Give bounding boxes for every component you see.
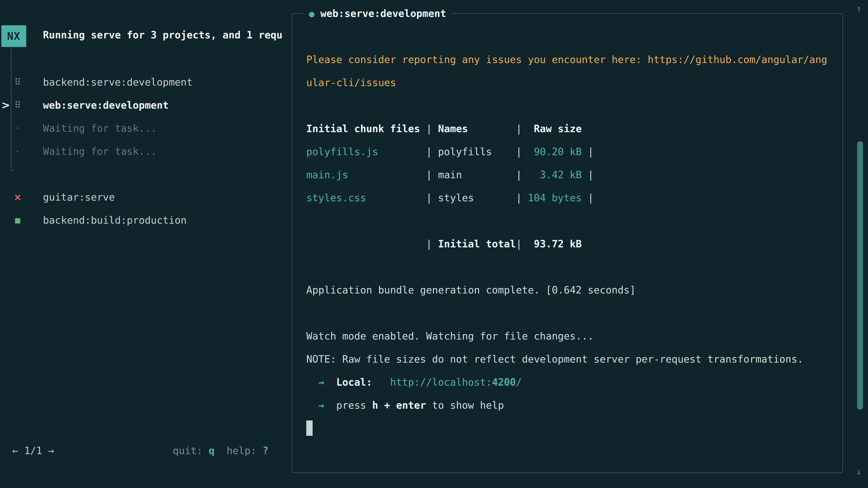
url-prefix: http://localhost:	[390, 377, 492, 388]
task-label: web:serve:development	[43, 99, 168, 111]
header-names: Names	[438, 117, 516, 140]
task-output-panel: ●web:serve:development Please consider r…	[291, 13, 843, 473]
sidebar-statusbar: ← 1/1 → quit:qhelp:?	[0, 439, 280, 462]
url-port: 4200	[492, 377, 516, 388]
quit-hint-label: quit:	[173, 445, 203, 456]
chunk-table-header: Initial chunk files|Names|Raw size	[306, 117, 831, 140]
arrow-icon: →	[318, 399, 324, 411]
failed-x-icon: ×	[13, 192, 23, 203]
watch-mode-line: Watch mode enabled. Watching for file ch…	[306, 325, 831, 348]
page-indicator[interactable]: ← 1/1 →	[12, 445, 54, 456]
pipe-separator: |	[582, 186, 594, 209]
help-hint-label: help:	[227, 445, 256, 456]
scrollbar-thumb[interactable]	[857, 141, 863, 410]
chunk-table-row: polyfills.js|polyfills|90.20 kB|	[306, 140, 831, 163]
help-rest-text: to show help	[432, 399, 504, 411]
localhost-link[interactable]: http://localhost:4200/	[390, 377, 522, 388]
blank-line	[306, 94, 831, 117]
local-url-line: →Local:http://localhost:4200/	[306, 371, 831, 394]
cursor-line	[306, 417, 831, 440]
terminal-output: Please consider reporting any issues you…	[306, 48, 831, 440]
task-row-backend-serve[interactable]: ⠿ backend:serve:development	[0, 70, 289, 94]
status-dot-icon: ●	[309, 8, 314, 19]
chunk-table-row: main.js|main|3.42 kB|	[306, 163, 831, 186]
keyboard-hints: quit:qhelp:?	[173, 445, 269, 456]
task-label: Waiting for task...	[43, 145, 157, 157]
issues-notice-line-1: Please consider reporting any issues you…	[306, 48, 831, 71]
task-row-web-serve[interactable]: > ⠿ web:serve:development	[0, 94, 289, 117]
pipe-separator: |	[426, 163, 438, 186]
local-label: Local:	[336, 377, 372, 388]
nx-tui-screen: NX Running serve for 3 projects, and 1 r…	[0, 0, 868, 488]
pipe-separator: |	[516, 140, 528, 163]
chunk-name: main	[438, 163, 516, 186]
chunk-size: 3.42 kB	[528, 163, 582, 186]
nx-logo: NX	[1, 25, 26, 47]
task-label: backend:serve:development	[43, 76, 193, 88]
bundle-complete-line: Application bundle generation complete. …	[306, 279, 831, 302]
press-text: press	[336, 399, 366, 411]
task-label: Waiting for task...	[43, 123, 157, 134]
chunk-size: 90.20 kB	[528, 140, 582, 163]
issues-notice-line-2: ular-cli/issues	[306, 71, 831, 94]
chunk-name: styles	[438, 186, 516, 209]
pipe-separator: |	[426, 232, 438, 256]
blank-line	[306, 209, 831, 232]
spinner-icon: ⠿	[13, 100, 23, 110]
quit-key: q	[209, 445, 215, 456]
task-row-waiting-2[interactable]: · Waiting for task...	[0, 140, 289, 163]
pipe-separator: |	[426, 140, 438, 163]
initial-total-label: Initial total	[438, 232, 516, 256]
selection-caret-icon: >	[1, 99, 10, 111]
task-row-backend-build[interactable]: ■ backend:build:production	[0, 208, 289, 232]
scroll-up-arrow-icon[interactable]: ↑	[854, 3, 864, 14]
task-sidebar: NX Running serve for 3 projects, and 1 r…	[0, 0, 291, 488]
blank-line	[306, 302, 831, 325]
pipe-separator: |	[516, 117, 528, 140]
arrow-icon: →	[318, 377, 324, 388]
terminal-cursor	[306, 420, 313, 436]
chunk-size: 104 bytes	[528, 186, 582, 209]
pipe-separator: |	[426, 186, 438, 209]
help-key: ?	[263, 445, 269, 456]
note-line: NOTE: Raw file sizes do not reflect deve…	[306, 348, 831, 371]
task-label: guitar:serve	[43, 191, 115, 203]
pending-dot-icon: ·	[13, 145, 23, 157]
chunk-file: polyfills.js	[306, 140, 426, 163]
pipe-separator: |	[426, 117, 438, 140]
chunk-file: main.js	[306, 163, 426, 186]
help-keys: h + enter	[372, 399, 426, 411]
pipe-separator: |	[516, 186, 528, 209]
task-row-waiting-1[interactable]: · Waiting for task...	[0, 117, 289, 140]
initial-total-size: 93.72 kB	[528, 232, 582, 256]
header-files: Initial chunk files	[306, 117, 426, 140]
help-hint-line: →pressh + enterto show help	[306, 394, 831, 417]
running-task-list: ⠿ backend:serve:development > ⠿ web:serv…	[0, 70, 289, 163]
finished-task-list: × guitar:serve ■ backend:build:productio…	[0, 186, 289, 232]
chunk-file: styles.css	[306, 186, 426, 209]
pipe-separator: |	[582, 163, 594, 186]
chunk-table-row: styles.css|styles|104 bytes|	[306, 186, 831, 209]
pipe-separator: |	[516, 232, 528, 256]
pipe-separator: |	[582, 140, 594, 163]
scroll-down-arrow-icon[interactable]: ↓	[854, 466, 864, 477]
task-tree-guide-corner	[11, 170, 14, 171]
panel-title: ●web:serve:development	[304, 6, 451, 22]
success-square-icon: ■	[13, 216, 23, 224]
app-title: Running serve for 3 projects, and 1 requ	[43, 29, 288, 41]
task-label: backend:build:production	[43, 215, 187, 226]
pipe-separator: |	[516, 163, 528, 186]
initial-total-row: |Initial total|93.72 kB	[306, 232, 831, 256]
header-raw-size: Raw size	[528, 117, 582, 140]
spinner-icon: ⠿	[13, 77, 23, 87]
panel-title-text: web:serve:development	[320, 8, 446, 19]
url-suffix: /	[516, 377, 522, 388]
task-row-guitar-serve[interactable]: × guitar:serve	[0, 186, 289, 208]
pending-dot-icon: ·	[13, 123, 23, 134]
blank-line	[306, 256, 831, 279]
chunk-name: polyfills	[438, 140, 516, 163]
